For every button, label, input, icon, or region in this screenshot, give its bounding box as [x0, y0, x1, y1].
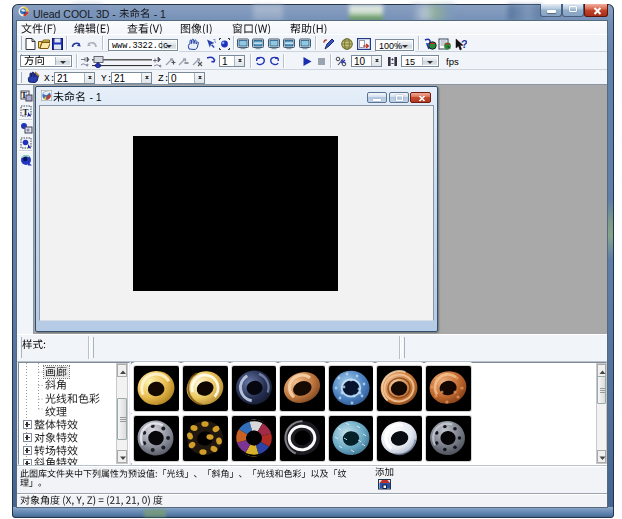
svg-text:T: T — [22, 106, 28, 116]
svg-text:?: ? — [461, 38, 467, 50]
